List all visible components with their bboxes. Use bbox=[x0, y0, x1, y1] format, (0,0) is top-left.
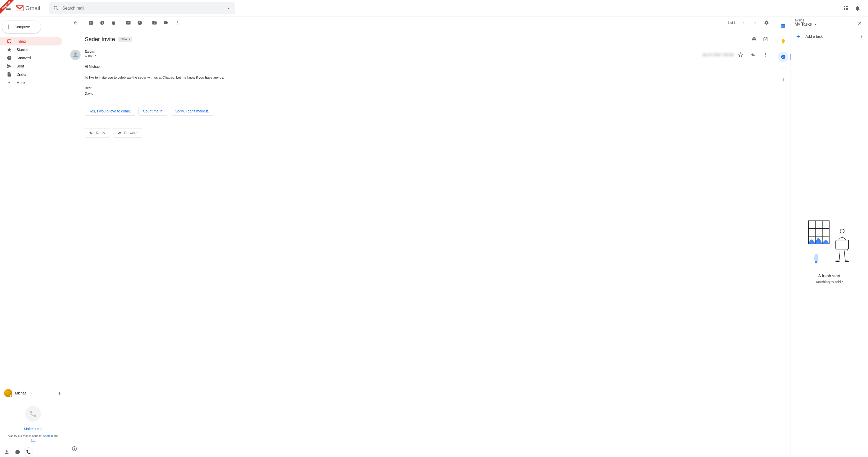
compose-button[interactable]: Compose bbox=[2, 21, 41, 33]
plus-icon bbox=[796, 34, 801, 39]
calendar-addon[interactable]: 31 bbox=[778, 21, 788, 31]
calendar-icon: 31 bbox=[781, 23, 786, 28]
keep-addon[interactable] bbox=[778, 36, 788, 47]
tasks-addon[interactable] bbox=[778, 52, 788, 62]
next-button[interactable] bbox=[750, 18, 760, 28]
search-bar[interactable] bbox=[49, 2, 235, 14]
search-input[interactable] bbox=[61, 6, 223, 10]
message-more-button[interactable] bbox=[760, 50, 771, 60]
smart-reply-3[interactable]: Sorry, I can't make it. bbox=[171, 107, 213, 116]
sender-avatar bbox=[70, 50, 81, 60]
send-icon bbox=[7, 64, 12, 69]
svg-point-10 bbox=[840, 229, 844, 233]
svg-line-12 bbox=[839, 251, 840, 261]
reply-icon-button[interactable] bbox=[748, 50, 758, 60]
nav-starred[interactable]: Starred bbox=[0, 46, 62, 54]
nav-label: Inbox bbox=[17, 39, 26, 44]
svg-point-14 bbox=[835, 261, 840, 262]
close-icon[interactable]: × bbox=[128, 37, 130, 41]
hamburger-icon bbox=[5, 5, 11, 11]
mail-subject: Seder Invite bbox=[85, 36, 115, 42]
label-chip-inbox[interactable]: Inbox × bbox=[118, 37, 132, 41]
plus-icon bbox=[781, 77, 786, 82]
more-actions-button[interactable] bbox=[172, 18, 182, 28]
caret-down-icon bbox=[813, 22, 818, 27]
open-new-window-button[interactable] bbox=[760, 34, 771, 45]
search-options-button[interactable] bbox=[223, 3, 234, 13]
clock-icon bbox=[137, 20, 142, 25]
nav-inbox[interactable]: Inbox bbox=[0, 37, 62, 46]
nav-snoozed[interactable]: Snoozed bbox=[0, 54, 62, 62]
spam-button[interactable] bbox=[97, 18, 107, 28]
make-call-link[interactable]: Make a call bbox=[5, 427, 61, 431]
compose-label: Compose bbox=[14, 25, 30, 29]
ios-link[interactable]: iOS bbox=[31, 438, 35, 441]
add-task-button[interactable]: Add a task bbox=[793, 32, 858, 41]
reply-icon bbox=[750, 52, 755, 57]
snooze-button[interactable] bbox=[134, 18, 145, 28]
nav-more[interactable]: More bbox=[0, 79, 62, 87]
android-link[interactable]: Android bbox=[43, 434, 53, 437]
archive-icon bbox=[88, 20, 94, 25]
sender-name: David bbox=[85, 50, 699, 54]
label-chip-text: Inbox bbox=[120, 37, 127, 41]
forward-icon bbox=[117, 131, 122, 135]
star-message-button[interactable] bbox=[736, 50, 746, 60]
labels-button[interactable] bbox=[161, 18, 171, 28]
delete-button[interactable] bbox=[108, 18, 119, 28]
call-illustration bbox=[25, 406, 41, 422]
apps-button[interactable] bbox=[841, 3, 851, 13]
search-button[interactable] bbox=[51, 3, 61, 13]
print-icon bbox=[751, 37, 757, 42]
smart-reply-2[interactable]: Count me in! bbox=[138, 107, 168, 116]
main-menu-button[interactable] bbox=[2, 2, 14, 15]
svg-line-13 bbox=[844, 251, 845, 261]
nav-sent[interactable]: Sent bbox=[0, 62, 62, 70]
nav-drafts[interactable]: Drafts bbox=[0, 70, 62, 79]
addons-rail: 31 bbox=[776, 17, 790, 457]
tasks-list-selector[interactable]: My Tasks bbox=[795, 22, 856, 27]
folder-move-icon bbox=[152, 20, 157, 25]
reply-button[interactable]: Reply bbox=[85, 128, 110, 138]
app-header: Gmail bbox=[0, 0, 868, 17]
print-button[interactable] bbox=[749, 34, 759, 45]
forward-button[interactable]: Forward bbox=[113, 128, 142, 138]
mark-unread-button[interactable] bbox=[123, 18, 133, 28]
hangouts-contacts-tab[interactable] bbox=[2, 448, 11, 457]
prev-button[interactable] bbox=[739, 18, 749, 28]
smart-reply-1[interactable]: Yes, I would love to come. bbox=[85, 107, 135, 116]
back-button[interactable] bbox=[70, 18, 81, 28]
more-vert-icon bbox=[175, 20, 180, 25]
caret-down-icon bbox=[225, 5, 232, 11]
keep-icon bbox=[781, 39, 786, 44]
info-icon bbox=[72, 446, 77, 451]
new-chat-button[interactable] bbox=[57, 391, 62, 396]
more-vert-icon bbox=[859, 34, 864, 39]
gmail-logo[interactable]: Gmail bbox=[16, 5, 48, 11]
avatar bbox=[4, 389, 12, 397]
archive-button[interactable] bbox=[86, 18, 96, 28]
mail-icon bbox=[126, 20, 131, 25]
search-icon bbox=[53, 5, 59, 11]
details-info-button[interactable] bbox=[69, 444, 80, 454]
clock-icon bbox=[7, 55, 12, 60]
settings-button[interactable] bbox=[761, 18, 772, 28]
notifications-button[interactable] bbox=[852, 3, 863, 13]
move-to-button[interactable] bbox=[149, 18, 160, 28]
tasks-menu-button[interactable] bbox=[858, 32, 866, 40]
hangouts-chat-tab[interactable] bbox=[13, 448, 22, 457]
get-addons-button[interactable] bbox=[778, 75, 788, 85]
plus-icon bbox=[57, 391, 62, 396]
hangouts-phone-tab[interactable] bbox=[24, 448, 33, 457]
main-pane: 1 of 1 Seder Invite Inbox × bbox=[66, 17, 776, 457]
chat-self-row[interactable]: Michael bbox=[0, 388, 66, 398]
plus-multicolor-icon bbox=[5, 24, 11, 30]
pager-text: 1 of 1 bbox=[726, 21, 738, 25]
svg-point-4 bbox=[781, 55, 785, 59]
tasks-close-button[interactable] bbox=[856, 19, 864, 27]
chat-bubble-icon bbox=[15, 450, 20, 455]
mobile-apps-hint: Also try our mobile apps for Android and… bbox=[5, 434, 61, 442]
nav-label: Snoozed bbox=[17, 56, 31, 60]
recipient-dropdown[interactable]: to me bbox=[85, 54, 699, 57]
gmail-logo-icon bbox=[16, 5, 24, 11]
